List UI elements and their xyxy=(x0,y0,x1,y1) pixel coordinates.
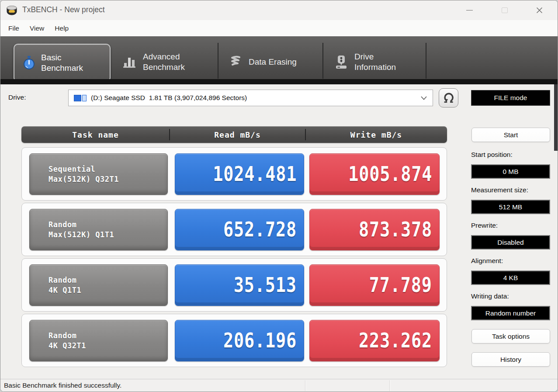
prewrite-label: Prewrite: xyxy=(471,222,498,229)
start-position-label: Start position: xyxy=(471,151,513,159)
write-result-button[interactable]: 223.262 xyxy=(309,320,440,361)
tab-erasing-line1: Data Erasing xyxy=(249,57,297,67)
table-row: Random 4K Q32T1 206.196 223.262 xyxy=(21,314,447,367)
task-name-line2: 4K Q32T1 xyxy=(49,341,167,351)
maximize-button[interactable] xyxy=(495,0,515,20)
tab-basic-line1: Basic xyxy=(41,52,83,63)
menu-bar: File View Help xyxy=(0,20,558,36)
write-value: 1005.874 xyxy=(348,162,432,186)
tab-divider xyxy=(322,43,323,79)
measurement-size-label: Measurement size: xyxy=(471,186,528,194)
drive-select[interactable]: (D:) Seagate SSD 1.81 TB (3,907,024,896 … xyxy=(68,90,433,106)
tab-driveinfo-line2: Information xyxy=(354,62,396,73)
write-value: 873.378 xyxy=(359,217,432,241)
task-name-line2: 4K Q1T1 xyxy=(49,285,167,295)
tab-bar: Basic Benchmark Advanced Benchmark Data xyxy=(0,36,558,84)
prewrite-field[interactable]: Disabled xyxy=(471,235,550,250)
read-value: 35.513 xyxy=(234,273,297,297)
write-result-button[interactable]: 77.789 xyxy=(309,264,440,306)
file-mode-button[interactable]: FILE mode xyxy=(471,90,550,106)
drive-partition-icon xyxy=(74,94,87,101)
refresh-drives-button[interactable] xyxy=(439,88,458,108)
title-bar: TxBENCH - New project xyxy=(0,0,558,20)
stopwatch-icon xyxy=(23,56,35,70)
status-divider xyxy=(305,380,305,391)
bar-chart-icon xyxy=(123,56,137,69)
read-value: 652.728 xyxy=(223,217,297,241)
task-name-line2: Max(512K) Q32T1 xyxy=(49,174,167,184)
status-divider xyxy=(389,380,390,391)
history-label: History xyxy=(500,356,521,364)
task-options-label: Task options xyxy=(492,333,530,340)
eraser-squiggle-icon xyxy=(229,56,243,69)
chevron-down-icon xyxy=(420,95,427,101)
tabbar-bottom-strip xyxy=(0,79,558,84)
menu-view[interactable]: View xyxy=(24,20,49,36)
read-result-button[interactable]: 652.728 xyxy=(175,209,304,250)
start-position-value: 0 MB xyxy=(503,168,518,176)
measurement-size-field[interactable]: 512 MB xyxy=(471,200,550,214)
table-row: Sequential Max(512K) Q32T1 1024.481 1005… xyxy=(21,147,447,201)
writing-data-field[interactable]: Random number xyxy=(471,306,550,320)
write-result-button[interactable]: 873.378 xyxy=(309,209,440,250)
task-name-line1: Random xyxy=(49,220,167,230)
read-value: 206.196 xyxy=(223,328,297,352)
write-value: 223.262 xyxy=(359,328,432,352)
history-button[interactable]: History xyxy=(471,352,550,367)
tab-divider xyxy=(218,43,218,79)
drive-label: Drive: xyxy=(8,94,26,101)
tab-data-erasing[interactable]: Data Erasing xyxy=(222,44,321,80)
window-title: TxBENCH - New project xyxy=(22,5,105,14)
screen-edge-artifact xyxy=(554,84,558,151)
task-options-button[interactable]: Task options xyxy=(471,329,550,343)
app-window: TxBENCH - New project File View Help Bas… xyxy=(0,0,558,392)
alignment-label: Alignment: xyxy=(471,257,503,265)
read-result-button[interactable]: 35.513 xyxy=(175,264,304,306)
table-row: Random Max(512K) Q1T1 652.728 873.378 xyxy=(21,203,447,256)
refresh-icon xyxy=(443,92,454,104)
task-name-button[interactable]: Sequential Max(512K) Q32T1 xyxy=(29,153,168,195)
tab-driveinfo-line1: Drive xyxy=(354,52,396,62)
menu-file[interactable]: File xyxy=(0,20,24,36)
writing-data-value: Random number xyxy=(485,309,536,317)
table-row: Random 4K Q1T1 35.513 77.789 xyxy=(21,258,447,312)
drive-selected-value: (D:) Seagate SSD 1.81 TB (3,907,024,896 … xyxy=(91,94,247,102)
start-position-field[interactable]: 0 MB xyxy=(471,164,550,179)
app-icon xyxy=(6,4,18,16)
drive-info-icon xyxy=(334,55,348,69)
column-header-write: Write mB/s xyxy=(305,126,447,143)
task-name-line1: Random xyxy=(49,331,167,341)
read-result-button[interactable]: 1024.481 xyxy=(175,153,304,195)
task-name-button[interactable]: Random Max(512K) Q1T1 xyxy=(29,209,168,250)
tab-advanced-benchmark[interactable]: Advanced Benchmark xyxy=(117,44,215,80)
tab-drive-information[interactable]: Drive Information xyxy=(328,44,424,80)
writing-data-label: Writing data: xyxy=(471,292,509,300)
close-icon xyxy=(536,7,543,14)
prewrite-value: Disabled xyxy=(497,239,523,246)
start-button[interactable]: Start xyxy=(471,128,550,142)
status-message: Basic Benchmark finished successfully. xyxy=(4,382,121,389)
tab-advanced-line1: Advanced xyxy=(143,52,185,62)
write-value: 77.789 xyxy=(369,273,432,297)
minimize-icon xyxy=(466,10,473,10)
close-button[interactable] xyxy=(529,0,549,20)
results-table-header: Task name Read mB/s Write mB/s xyxy=(21,126,447,143)
maximize-icon xyxy=(502,7,508,13)
file-mode-label: FILE mode xyxy=(494,94,527,102)
measurement-size-value: 512 MB xyxy=(499,203,522,211)
tab-basic-benchmark[interactable]: Basic Benchmark xyxy=(14,44,111,82)
read-result-button[interactable]: 206.196 xyxy=(175,320,304,361)
alignment-field[interactable]: 4 KB xyxy=(471,271,550,285)
tab-advanced-line2: Benchmark xyxy=(143,62,185,73)
menu-help[interactable]: Help xyxy=(49,20,74,36)
column-header-read: Read mB/s xyxy=(170,126,305,143)
write-result-button[interactable]: 1005.874 xyxy=(309,153,440,195)
alignment-value: 4 KB xyxy=(503,274,518,282)
read-value: 1024.481 xyxy=(213,162,297,186)
task-name-line1: Sequential xyxy=(49,164,167,174)
minimize-button[interactable] xyxy=(459,0,479,20)
start-button-label: Start xyxy=(504,131,518,139)
task-name-button[interactable]: Random 4K Q32T1 xyxy=(29,320,168,361)
tab-divider xyxy=(426,43,426,79)
task-name-button[interactable]: Random 4K Q1T1 xyxy=(29,264,168,306)
